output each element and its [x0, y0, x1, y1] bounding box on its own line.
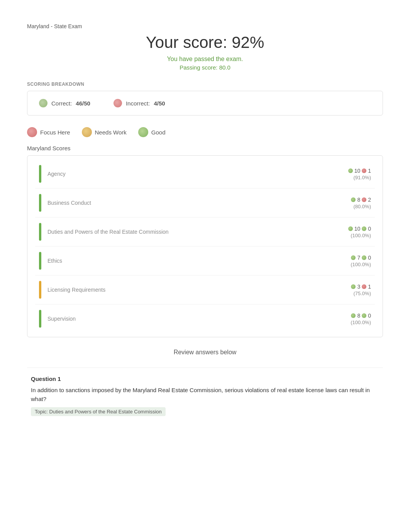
score-pct: (75.0%) — [353, 291, 371, 296]
correct-num: 3 — [357, 284, 360, 290]
score-nums: 10 1 — [348, 168, 371, 174]
row-bar — [39, 310, 41, 328]
row-bar — [39, 252, 41, 270]
legend-row: Focus Here Needs Work Good — [27, 127, 383, 137]
score-pct: (91.0%) — [353, 175, 371, 180]
incorrect-mini-dot — [362, 168, 366, 173]
legend-focus-here: Focus Here — [27, 127, 70, 137]
score-pct: (100.0%) — [351, 320, 371, 325]
legend-needs-work: Needs Work — [82, 127, 127, 137]
incorrect-num: 0 — [368, 226, 371, 232]
incorrect-mini-dot — [362, 313, 366, 318]
row-scores: 8 2 (80.0%) — [351, 197, 371, 209]
needs-work-label: Needs Work — [95, 129, 127, 136]
incorrect-dot — [114, 99, 122, 107]
row-name: Agency — [47, 171, 348, 177]
score-nums: 7 0 — [351, 255, 371, 261]
question-text: In addition to sanctions imposed by the … — [31, 386, 379, 403]
review-text: Review answers below — [27, 349, 383, 356]
row-name: Duties and Powers of the Real Estate Com… — [47, 229, 348, 235]
incorrect-num: 0 — [368, 255, 371, 261]
question-block: Question 1 In addition to sanctions impo… — [27, 367, 383, 420]
focus-here-label: Focus Here — [40, 129, 70, 136]
incorrect-label: Incorrect: — [126, 100, 150, 107]
question-number: Question 1 — [31, 376, 379, 382]
incorrect-num: 1 — [368, 284, 371, 290]
incorrect-mini-dot — [362, 226, 366, 231]
score-card: Correct: 46/50 Incorrect: 4/50 — [27, 91, 383, 116]
needs-work-dot — [82, 127, 92, 137]
score-pct: (100.0%) — [351, 233, 371, 238]
scoring-breakdown-label: SCORING BREAKDOWN — [27, 82, 383, 87]
row-bar — [39, 281, 41, 299]
table-row: Business Conduct 8 2 (80.0%) — [35, 189, 375, 218]
correct-mini-dot — [351, 255, 356, 260]
incorrect-num: 1 — [368, 168, 371, 174]
correct-mini-dot — [351, 284, 356, 289]
row-bar — [39, 165, 41, 183]
correct-label: Correct: — [51, 100, 72, 107]
correct-mini-dot — [351, 197, 356, 202]
passing-score: Passing score: 80.0 — [27, 64, 383, 71]
row-scores: 8 0 (100.0%) — [351, 313, 371, 325]
incorrect-mini-dot — [362, 284, 366, 289]
pass-message: You have passed the exam. — [27, 56, 383, 63]
row-name: Ethics — [47, 258, 351, 264]
good-label: Good — [151, 129, 166, 136]
correct-num: 10 — [354, 168, 361, 174]
incorrect-mini-dot — [362, 255, 366, 260]
focus-here-dot — [27, 127, 37, 137]
table-row: Ethics 7 0 (100.0%) — [35, 246, 375, 275]
score-nums: 8 2 — [351, 197, 371, 203]
row-scores: 10 0 (100.0%) — [348, 226, 371, 238]
row-name: Business Conduct — [47, 200, 351, 206]
correct-mini-dot — [351, 313, 356, 318]
row-scores: 10 1 (91.0%) — [348, 168, 371, 180]
score-title: Your score: 92% — [27, 33, 383, 52]
incorrect-item: Incorrect: 4/50 — [114, 99, 165, 107]
incorrect-num: 2 — [368, 197, 371, 203]
score-pct: (80.0%) — [353, 204, 371, 209]
correct-value: 46/50 — [76, 100, 90, 107]
correct-dot — [39, 99, 47, 107]
row-scores: 7 0 (100.0%) — [351, 255, 371, 267]
score-pct: (100.0%) — [351, 262, 371, 267]
correct-num: 7 — [357, 255, 360, 261]
incorrect-num: 0 — [368, 313, 371, 319]
row-bar — [39, 194, 41, 212]
correct-num: 10 — [354, 226, 361, 232]
row-name: Supervision — [47, 316, 351, 322]
table-row: Agency 10 1 (91.0%) — [35, 160, 375, 189]
row-scores: 3 1 (75.0%) — [351, 284, 371, 296]
correct-mini-dot — [348, 168, 353, 173]
incorrect-mini-dot — [362, 197, 366, 202]
correct-item: Correct: 46/50 — [39, 99, 90, 107]
legend-good: Good — [138, 127, 166, 137]
table-row: Duties and Powers of the Real Estate Com… — [35, 218, 375, 246]
correct-num: 8 — [357, 313, 360, 319]
table-row: Supervision 8 0 (100.0%) — [35, 304, 375, 333]
score-nums: 3 1 — [351, 284, 371, 290]
correct-mini-dot — [348, 226, 353, 231]
exam-label: Maryland - State Exam — [27, 23, 383, 29]
correct-num: 8 — [357, 197, 360, 203]
score-nums: 8 0 — [351, 313, 371, 319]
score-nums: 10 0 — [348, 226, 371, 232]
maryland-scores-label: Maryland Scores — [27, 145, 383, 151]
topic-badge: Topic: Duties and Powers of the Real Est… — [31, 407, 166, 416]
incorrect-value: 4/50 — [154, 100, 165, 107]
good-dot — [138, 127, 148, 137]
table-row: Licensing Requirements 3 1 (75.0%) — [35, 275, 375, 304]
row-bar — [39, 223, 41, 241]
row-name: Licensing Requirements — [47, 287, 351, 293]
scores-card: Agency 10 1 (91.0%) Business Conduct 8 2 — [27, 155, 383, 337]
